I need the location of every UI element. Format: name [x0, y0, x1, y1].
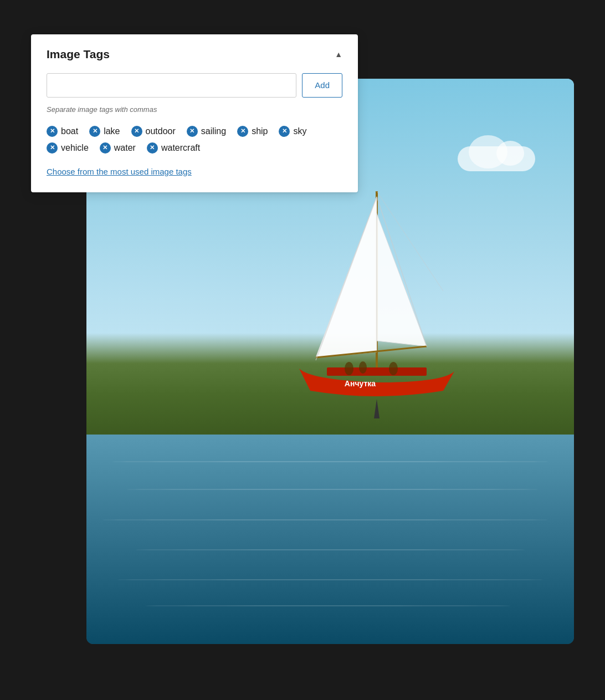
- input-row: Add: [47, 73, 342, 98]
- svg-marker-2: [377, 213, 427, 346]
- panel-header: Image Tags ▲: [47, 48, 342, 61]
- tag-item-water: water: [100, 142, 136, 154]
- hint-text: Separate image tags with commas: [47, 105, 342, 114]
- tag-item-boat: boat: [47, 126, 78, 137]
- cloud: [458, 146, 535, 171]
- collapse-icon[interactable]: ▲: [335, 50, 342, 59]
- panel-title: Image Tags: [47, 48, 110, 61]
- tag-item-outdoor: outdoor: [131, 126, 176, 137]
- choose-most-used-link[interactable]: Choose from the most used image tags: [47, 167, 192, 176]
- remove-watercraft-icon[interactable]: [147, 142, 158, 154]
- tag-label-vehicle: vehicle: [61, 143, 89, 153]
- tag-label-watercraft: watercraft: [161, 143, 200, 153]
- tag-item-lake: lake: [89, 126, 120, 137]
- svg-point-9: [345, 362, 353, 375]
- remove-sailing-icon[interactable]: [187, 126, 198, 137]
- remove-lake-icon[interactable]: [89, 126, 100, 137]
- svg-rect-4: [327, 367, 427, 376]
- remove-water-icon[interactable]: [100, 142, 111, 154]
- remove-vehicle-icon[interactable]: [47, 142, 58, 154]
- svg-point-10: [359, 361, 367, 374]
- tag-item-ship: ship: [237, 126, 268, 137]
- svg-text:Анчутка: Анчутка: [345, 379, 376, 388]
- tag-label-sailing: sailing: [201, 126, 226, 136]
- sailboat-svg: Анчутка: [271, 180, 482, 457]
- water-layer: [86, 429, 574, 644]
- image-tags-panel: Image Tags ▲ Add Separate image tags wit…: [31, 34, 358, 192]
- tag-label-lake: lake: [104, 126, 120, 136]
- tags-container: boat lake outdoor sailing ship sky: [47, 126, 342, 154]
- tag-item-sailing: sailing: [187, 126, 226, 137]
- tag-label-boat: boat: [61, 126, 78, 136]
- tag-label-ship: ship: [252, 126, 268, 136]
- remove-boat-icon[interactable]: [47, 126, 58, 137]
- svg-point-11: [389, 362, 398, 375]
- tag-label-sky: sky: [293, 126, 306, 136]
- remove-sky-icon[interactable]: [279, 126, 290, 137]
- add-button[interactable]: Add: [302, 73, 342, 98]
- tag-item-sky: sky: [279, 126, 306, 137]
- tag-label-outdoor: outdoor: [146, 126, 176, 136]
- tag-input[interactable]: [47, 73, 296, 98]
- tag-item-vehicle: vehicle: [47, 142, 89, 154]
- tag-item-watercraft: watercraft: [147, 142, 200, 154]
- remove-ship-icon[interactable]: [237, 126, 248, 137]
- tag-label-water: water: [114, 143, 136, 153]
- remove-outdoor-icon[interactable]: [131, 126, 142, 137]
